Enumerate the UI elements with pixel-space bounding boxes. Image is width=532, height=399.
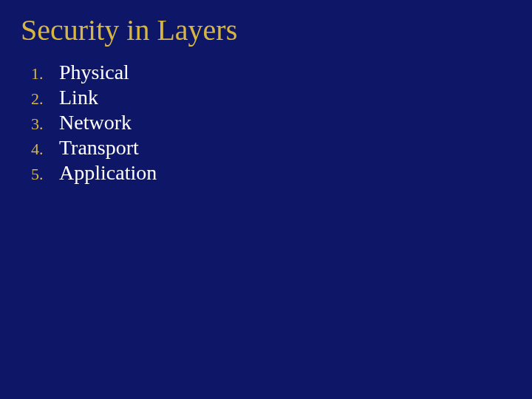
list-item: 3. Network — [30, 111, 511, 134]
list-marker: 2. — [30, 89, 59, 109]
list-item-label: Physical — [59, 61, 129, 84]
list-item-label: Application — [59, 161, 157, 185]
list-item-label: Transport — [59, 136, 139, 160]
list-item: 1. Physical — [30, 61, 511, 84]
list-item: 5. Application — [30, 161, 511, 185]
list-item-label: Network — [59, 111, 132, 134]
slide-title: Security in Layers — [21, 13, 511, 47]
list-marker: 1. — [30, 64, 59, 83]
list-item: 4. Transport — [30, 136, 511, 160]
list-marker: 4. — [30, 140, 59, 159]
slide: Security in Layers 1. Physical 2. Link 3… — [0, 0, 532, 399]
list-marker: 3. — [30, 115, 59, 134]
list-marker: 5. — [30, 165, 59, 184]
list-item: 2. Link — [30, 86, 511, 109]
ordered-list: 1. Physical 2. Link 3. Network 4. Transp… — [30, 61, 511, 185]
list-item-label: Link — [59, 86, 98, 109]
